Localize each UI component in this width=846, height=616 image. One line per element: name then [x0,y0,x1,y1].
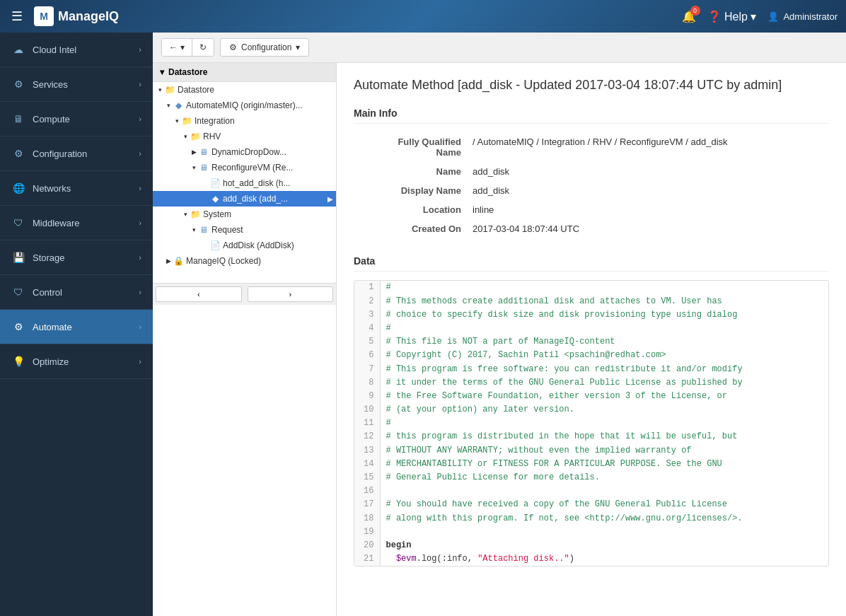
field-value-fqn: / AutomateMIQ / Integration / RHV / Reco… [467,132,829,162]
line-number: 16 [354,484,380,498]
help-button[interactable]: ❓ Help ▾ [707,10,757,23]
sidebar-item-services[interactable]: ⚙ Services › [0,67,153,102]
collapse-icon[interactable]: ▾ [160,67,164,77]
refresh-button[interactable]: ↻ [192,39,214,56]
keyword-begin: begin [386,540,412,550]
folder-icon: 📁 [181,115,192,127]
tree-node-hot-add-disk[interactable]: 📄 hot_add_disk (h... [153,175,336,191]
tree-label: AutomateMIQ (origin/master)... [186,100,303,110]
code-row: 2 # This methods create additional disk … [354,295,828,308]
expand-icon[interactable]: ▶ [190,148,198,156]
table-row: Location inline [354,200,829,219]
code-row: 15 # General Public License for more det… [354,471,828,484]
tree-label: ReconfigureVM (Re... [212,163,293,173]
expand-placeholder [201,179,209,187]
tree-node-system[interactable]: ▾ 📁 System [153,207,336,222]
code-row: 3 # choice to specify disk size and disk… [354,308,828,322]
expand-icon[interactable]: ▶ [164,257,173,265]
sidebar-item-storage[interactable]: 💾 Storage › [0,240,153,275]
class-icon: 🖥 [198,146,209,158]
sidebar-item-automate[interactable]: ⚙ Automate › [0,310,153,344]
sidebar-item-optimize[interactable]: 💡 Optimize › [0,344,153,379]
chevron-right-icon-configuration: › [139,149,141,158]
code-string: "Attaching disk.." [477,554,569,564]
user-menu[interactable]: 👤 Administrator [767,11,838,22]
field-value-location: inline [467,200,829,219]
automate-icon: ⚙ [11,320,25,334]
sidebar: ☁ Cloud Intel › ⚙ Services › 🖥 Compute ›… [0,33,153,616]
tree-node-adddisk[interactable]: 📄 AddDisk (AddDisk) [153,238,336,253]
expand-icon[interactable]: ▾ [164,101,173,110]
code-container: 1 # 2 # This methods create additional d… [354,280,829,566]
tree-node-reconfigurevm[interactable]: ▾ 🖥 ReconfigureVM (Re... [153,160,336,175]
config-label: Configuration [241,42,291,52]
class-icon: 🖥 [198,224,209,236]
field-value-display-name: add_disk [467,181,829,200]
line-content: # [380,417,828,430]
code-row: 6 # Copyright (C) 2017, Sachin Patil <ps… [354,349,828,362]
gear-icon: ⚙ [229,42,237,52]
code-row: 5 # This file is NOT a part of ManageIQ-… [354,335,828,349]
sidebar-item-configuration[interactable]: ⚙ Configuration › [0,136,153,171]
code-row: 11 # [354,417,828,430]
hamburger-menu[interactable]: ☰ [8,6,25,27]
tree-next-button[interactable]: › [248,286,334,302]
sidebar-item-compute[interactable]: 🖥 Compute › [0,102,153,136]
data-section-title: Data [354,255,829,272]
code-row: 16 [354,484,828,498]
line-content: # [380,281,828,294]
line-content: # Copyright (C) 2017, Sachin Patil <psac… [380,349,828,362]
tree-node-integration[interactable]: ▾ 📁 Integration [153,113,336,129]
tree-label: System [203,209,231,219]
field-label-display-name: Display Name [354,181,467,200]
tree-label: ManageIQ (Locked) [186,256,261,266]
expand-icon[interactable]: ▾ [156,86,164,94]
tree-node-request[interactable]: ▾ 🖥 Request [153,222,336,238]
back-button[interactable]: ← ▾ [162,39,192,56]
line-content: begin [380,539,828,552]
middleware-icon: 🛡 [11,216,25,230]
line-content: # (at your option) any later version. [380,403,828,417]
expand-icon[interactable]: ▾ [190,163,198,172]
expand-icon[interactable]: ▾ [181,210,190,219]
content-area: ← ▾ ↻ ⚙ Configuration ▾ ▾ Datastore [153,33,846,616]
lock-icon: 🔒 [173,255,184,267]
field-label-fqn: Fully QualifiedName [354,132,467,162]
sidebar-item-middleware[interactable]: 🛡 Middleware › [0,206,153,240]
tree-node-rhv[interactable]: ▾ 📁 RHV [153,129,336,144]
tree-node-datastore[interactable]: ▾ 📁 Datastore [153,82,336,98]
tree-node-automatemiq[interactable]: ▾ ◆ AutomateMIQ (origin/master)... [153,98,336,113]
tree-header-label: Datastore [168,67,207,77]
line-number: 12 [354,430,380,443]
configuration-icon: ⚙ [11,146,25,161]
detail-panel: Automate Method [add_disk - Updated 2017… [337,63,846,616]
sidebar-label-services: Services [33,79,68,90]
tree-label: Integration [195,116,235,126]
line-content: # this program is distributed in the hop… [380,430,828,443]
tree-label: Datastore [178,85,214,95]
chevron-right-icon-networks: › [139,184,141,192]
control-icon: 🛡 [11,285,25,299]
class-icon: 🖥 [198,162,209,173]
chevron-right-icon-optimize: › [139,357,141,366]
back-icon: ← [169,42,178,52]
code-row: 21 $evm.log(:info, "Attaching disk..") [354,552,828,566]
services-icon: ⚙ [11,77,25,91]
sidebar-item-control[interactable]: 🛡 Control › [0,275,153,310]
expand-icon[interactable]: ▾ [190,226,198,234]
line-content [380,525,828,539]
selected-arrow: ▶ [328,195,333,203]
notification-bell[interactable]: 🔔 0 [682,10,696,23]
expand-icon[interactable]: ▾ [181,132,190,141]
tree-prev-button[interactable]: ‹ [156,286,242,302]
line-number: 11 [354,417,380,430]
tree-node-dynamicdropdown[interactable]: ▶ 🖥 DynamicDropDow... [153,144,336,160]
tree-node-managemiq-locked[interactable]: ▶ 🔒 ManageIQ (Locked) [153,253,336,269]
sidebar-item-cloud-intel[interactable]: ☁ Cloud Intel › [0,33,153,67]
line-number: 17 [354,498,380,511]
sidebar-item-networks[interactable]: 🌐 Networks › [0,171,153,206]
tree-node-add-disk[interactable]: ◆ add_disk (add_... ▶ [153,191,336,207]
cloud-intel-icon: ☁ [11,42,25,57]
expand-icon[interactable]: ▾ [173,117,181,125]
configuration-button[interactable]: ⚙ Configuration ▾ [220,38,309,57]
